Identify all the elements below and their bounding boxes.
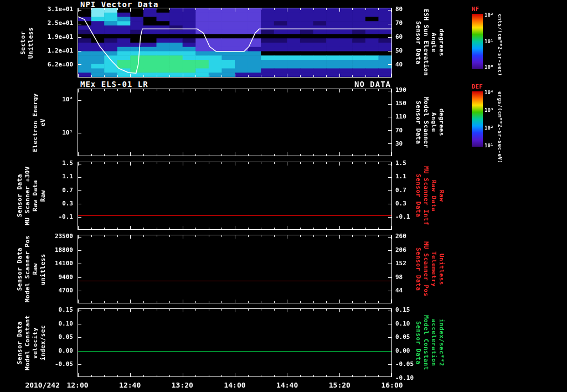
tick-label: 1.2e+01: [48, 48, 73, 54]
tick-mark: [235, 235, 235, 239]
tick-mark: [117, 89, 118, 91]
tick-mark: [157, 154, 157, 156]
tick-mark: [274, 154, 275, 156]
tick-mark: [169, 8, 170, 10]
tick-mark: [183, 373, 183, 376]
colorbar-tick-label: 10³: [484, 107, 493, 113]
tick-mark: [91, 75, 92, 77]
tick-mark: [130, 8, 131, 12]
tick-mark: [352, 154, 353, 156]
tick-mark: [300, 301, 301, 303]
tick-mark: [78, 364, 81, 365]
tick-mark: [326, 375, 327, 376]
tick-mark: [117, 162, 118, 164]
tick-mark: [391, 300, 391, 303]
x-axis-time-label: 14:00: [224, 381, 245, 389]
tick-mark: [352, 235, 353, 237]
tick-mark: [221, 8, 222, 10]
tick-mark: [78, 133, 81, 133]
tick-mark: [388, 204, 391, 204]
tick-mark: [300, 235, 301, 237]
tick-mark: [117, 301, 118, 303]
tick-mark: [388, 337, 391, 338]
tick-label: 40: [395, 61, 403, 68]
tick-mark: [78, 235, 79, 239]
tick-mark: [143, 235, 144, 237]
tick-mark: [78, 300, 79, 303]
tick-label: 150: [395, 100, 406, 107]
tick-mark: [195, 75, 196, 77]
tick-mark: [388, 217, 391, 218]
panel5-left-ticks: 0.150.100.050.00-0.05: [49, 308, 75, 377]
tick-mark: [274, 301, 275, 303]
tick-mark: [91, 309, 92, 311]
tick-label: -0.05: [55, 361, 73, 368]
panel5-model-constant: [78, 308, 392, 377]
panel1-spectrogram: [78, 8, 392, 78]
tick-mark: [287, 226, 287, 229]
tick-mark: [117, 235, 118, 237]
tick-mark: [91, 301, 92, 303]
tick-label: 80: [395, 6, 403, 13]
tick-mark: [130, 235, 131, 239]
tick-label: 30: [395, 141, 403, 147]
tick-mark: [391, 162, 391, 166]
tick-label: 10²: [62, 96, 73, 103]
x-axis-time-label: 13:20: [172, 381, 193, 389]
colorbar-def-tag: DEF: [472, 83, 483, 90]
tick-mark: [261, 89, 261, 91]
tick-mark: [388, 364, 391, 365]
tick-mark: [274, 89, 275, 91]
tick-mark: [209, 75, 209, 77]
tick-mark: [78, 250, 81, 251]
panel4-model-scanner-pos: [78, 235, 392, 303]
tick-mark: [274, 162, 275, 164]
tick-label: -0.1: [395, 214, 410, 220]
tick-mark: [352, 162, 353, 164]
tick-mark: [352, 301, 353, 303]
tick-mark: [352, 375, 353, 376]
tick-mark: [209, 162, 209, 164]
tick-mark: [248, 228, 249, 229]
tick-mark: [143, 228, 144, 229]
tick-mark: [143, 309, 144, 311]
tick-label: 3.1e+01: [48, 6, 73, 13]
tick-mark: [391, 309, 391, 312]
tick-mark: [378, 89, 379, 91]
tick-mark: [300, 375, 301, 376]
tick-label: 206: [395, 247, 406, 254]
colorbar-tick-label: 10¹: [484, 143, 493, 148]
tick-mark: [300, 162, 301, 164]
tick-mark: [235, 152, 235, 156]
colorbar-nf: NF 10²10¹10⁰ cnts/(cm**2-sr-sec): [472, 14, 533, 75]
tick-mark: [352, 8, 353, 10]
tick-mark: [183, 152, 183, 156]
tick-mark: [391, 89, 391, 92]
panel3-right-axis-label: Sensor Data MU Scanner Intf Raw Data Raw: [412, 162, 447, 230]
tick-mark: [326, 162, 327, 164]
tick-mark: [378, 75, 379, 77]
tick-label: 260: [395, 233, 406, 240]
tick-mark: [169, 154, 170, 156]
tick-label: 70: [395, 20, 403, 27]
tick-mark: [221, 162, 222, 164]
colorbar-def-gradient: [472, 91, 483, 147]
x-axis-time-label: 16:00: [381, 381, 403, 389]
tick-mark: [261, 228, 261, 229]
panel2-els-spectrogram: [78, 89, 392, 156]
tick-mark: [157, 89, 157, 91]
panel2-left-axis-label: Electron Energy eV: [29, 89, 49, 156]
tick-mark: [91, 154, 92, 156]
tick-mark: [209, 154, 209, 156]
panel1-left-ticks: 3.1e+012.5e+011.9e+011.2e+016.2e+00: [49, 8, 75, 78]
tick-mark: [339, 226, 340, 229]
tick-mark: [388, 24, 391, 24]
tick-label: 0.05: [59, 334, 74, 341]
tick-mark: [169, 309, 170, 311]
tick-mark: [143, 8, 144, 10]
tick-mark: [352, 89, 353, 91]
tick-label: 2.5e+01: [48, 20, 73, 27]
tick-mark: [143, 162, 144, 164]
constant-data-line: [78, 281, 391, 281]
tick-mark: [261, 154, 261, 156]
